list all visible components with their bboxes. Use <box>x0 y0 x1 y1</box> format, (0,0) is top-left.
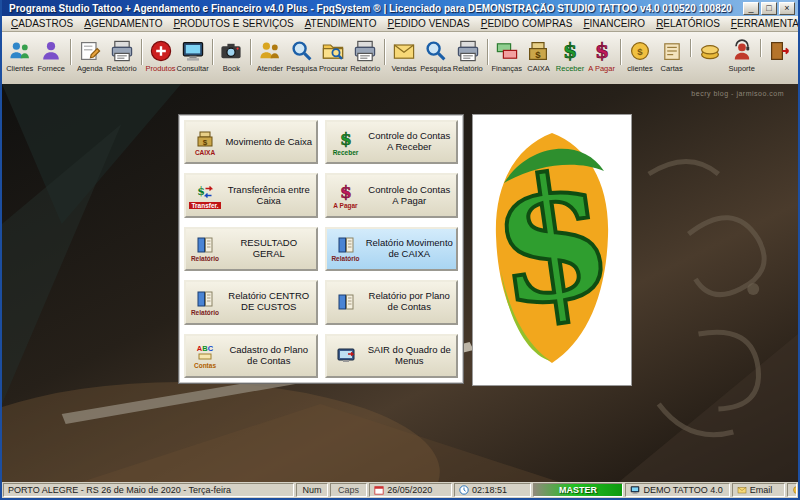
status-email-button[interactable]: Email <box>732 483 785 497</box>
abc-icon: ABC <box>195 342 215 362</box>
panel-button-transferencia-entre-caixa[interactable]: $Transfer.Transferência entre Caixa <box>184 173 318 217</box>
toolbar-button-suporte[interactable]: Suporte <box>726 34 758 74</box>
menu-item-financeiro[interactable]: FINANCEIRO <box>578 18 650 29</box>
toolbar-button-pesquisa[interactable]: Pesquisa <box>420 34 452 74</box>
toolbar-button-book[interactable]: Book <box>216 34 248 74</box>
toolbar-button-exit-icon[interactable] <box>764 34 796 66</box>
menu-item-ferramentas[interactable]: FERRAMENTAS <box>726 18 800 29</box>
menu-item-label: PRODUTOS E SERVIÇOS <box>173 18 293 29</box>
svg-text:$: $ <box>340 182 352 202</box>
monitor-icon <box>180 38 206 64</box>
title-bar: Programa Studio Tattoo + Agendamento e F… <box>2 0 798 16</box>
panel-button-caption: Contas <box>194 362 216 369</box>
toolbar-button-label: Suporte <box>729 65 755 73</box>
panel-button-cadastro-do-plano-de-contas[interactable]: ABCContasCadastro do Plano de Contas <box>184 334 318 378</box>
svg-text:$: $ <box>197 185 205 198</box>
folder-icon <box>320 38 346 64</box>
menu-item-produtos-e-servicos[interactable]: PRODUTOS E SERVIÇOS <box>168 18 298 29</box>
menu-item-label: AGENDAMENTO <box>84 18 162 29</box>
watermark-text: becry blog - jarmisoo.com <box>691 90 784 97</box>
dollar-green-icon: $ <box>336 129 356 149</box>
toolbar-button-label: Procurar <box>319 65 348 73</box>
desktop-background: becry blog - jarmisoo.com $CAIXAMoviment… <box>2 84 798 482</box>
status-time-text: 02:18:51 <box>472 485 507 495</box>
products-icon <box>148 38 174 64</box>
panel-button-resultado-geral[interactable]: RelatórioRESULTADO GERAL <box>184 227 318 271</box>
panel-button-icon-area: ABCContas <box>188 342 222 369</box>
logo-panel: $ <box>472 114 632 386</box>
panel-button-controle-do-contas-a-receber[interactable]: $ReceberControle do Contas A Receber <box>325 120 459 164</box>
panel-button-relatorio-movimento-de-caixa[interactable]: RelatórioRelatório Movimento de CAIXA <box>325 227 459 271</box>
toolbar-button-coins-icon[interactable] <box>694 34 726 66</box>
toolbar-button-caixa[interactable]: $CAIXA <box>523 34 555 74</box>
svg-text:$: $ <box>340 129 352 149</box>
toolbar-button-consultar[interactable]: Consultar <box>177 34 209 74</box>
close-button[interactable]: × <box>779 2 795 15</box>
toolbar-button-vendas[interactable]: Vendas <box>388 34 420 74</box>
finance-icon <box>494 38 520 64</box>
status-caps-lock: Caps <box>330 483 368 497</box>
toolbar-button-fornece[interactable]: Fornece <box>36 34 68 74</box>
toolbar-button-relatorio[interactable]: Relatório <box>349 34 381 74</box>
coins-icon <box>697 38 723 64</box>
menu-item-label: PEDIDO COMPRAS <box>481 18 573 29</box>
svg-text:$: $ <box>563 39 577 63</box>
menu-item-pedido-compras[interactable]: PEDIDO COMPRAS <box>476 18 578 29</box>
report-book-icon <box>195 289 215 309</box>
toolbar-button-receber[interactable]: $Receber <box>554 34 586 74</box>
menu-item-pedido-vendas[interactable]: PEDIDO VENDAS <box>383 18 475 29</box>
toolbar-button-label: Relatório <box>107 65 137 73</box>
toolbar-button-cartas[interactable]: Cartas <box>656 34 688 74</box>
supplier-icon <box>38 38 64 64</box>
minimize-button[interactable]: _ <box>743 2 759 15</box>
status-user-badge: MASTER <box>533 483 624 497</box>
panel-button-controle-do-contas-a-pagar[interactable]: $A PagarControle do Contas A Pagar <box>325 173 459 217</box>
toolbar-button-label: clientes <box>627 65 652 73</box>
report-book-icon <box>336 235 356 255</box>
panel-button-label: Movimento de Caixa <box>224 137 314 148</box>
exit-menu-icon <box>336 346 356 366</box>
toolbar-button-label: Fornece <box>38 65 66 73</box>
status-location-text: PORTO ALEGRE - RS 26 de Maio de 2020 - T… <box>8 485 231 495</box>
status-location: PORTO ALEGRE - RS 26 de Maio de 2020 - T… <box>3 483 294 497</box>
panel-button-label: RESULTADO GERAL <box>224 238 314 260</box>
toolbar-button-clientes[interactable]: $clientes <box>624 34 656 74</box>
panel-button-icon-area: Relatório <box>188 235 222 262</box>
toolbar-button-label: Receber <box>556 65 584 73</box>
panel-button-sair-do-quadro-de-menus[interactable]: SAIR do Quadro de Menus <box>325 334 459 378</box>
toolbar-button-pesquisa[interactable]: Pesquisa <box>286 34 318 74</box>
menu-item-atendimento[interactable]: ATENDIMENTO <box>300 18 382 29</box>
search-icon <box>423 38 449 64</box>
toolbar-button-procurar[interactable]: Procurar <box>318 34 350 74</box>
toolbar-button-label: Consultar <box>177 65 209 73</box>
toolbar-button-agenda[interactable]: Agenda <box>74 34 106 74</box>
toolbar-button-produtos[interactable]: Produtos <box>145 34 177 74</box>
dollar-red-icon: $ <box>589 38 615 64</box>
panel-button-movimento-de-caixa[interactable]: $CAIXAMovimento de Caixa <box>184 120 318 164</box>
toolbar: ClientesForneceAgendaRelatórioProdutosCo… <box>2 32 798 88</box>
toolbar-button-a-pagar[interactable]: $A Pagar <box>586 34 618 74</box>
dollar-red-icon: $ <box>336 182 356 202</box>
menu-item-relatorios[interactable]: RELATÓRIOS <box>651 18 725 29</box>
toolbar-button-clientes[interactable]: Clientes <box>4 34 36 74</box>
menu-item-label: FERRAMENTAS <box>731 18 800 29</box>
panel-button-icon-area: $A Pagar <box>329 182 363 209</box>
menu-item-cadastros[interactable]: CADASTROS <box>6 18 78 29</box>
menu-item-agendamento[interactable]: AGENDAMENTO <box>79 18 167 29</box>
panel-button-label: Controle do Contas A Pagar <box>365 185 455 207</box>
toolbar-button-label: Pesquisa <box>286 65 317 73</box>
panel-button-relatorio-centro-de-custos[interactable]: RelatórioRelatório CENTRO DE CUSTOS <box>184 280 318 324</box>
toolbar-button-relatorio[interactable]: Relatório <box>452 34 484 74</box>
panel-button-label: Relatório CENTRO DE CUSTOS <box>224 291 314 313</box>
toolbar-button-relatorio[interactable]: Relatório <box>106 34 138 74</box>
toolbar-button-label: Book <box>223 65 240 73</box>
toolbar-button-financas[interactable]: Finanças <box>491 34 523 74</box>
search-icon <box>289 38 315 64</box>
panel-button-icon-area: $CAIXA <box>188 129 222 156</box>
toolbar-button-atender[interactable]: Atender <box>254 34 286 74</box>
maximize-button[interactable]: □ <box>761 2 777 15</box>
panel-button-relatorio-por-plano-de-contas[interactable]: Relatório por Plano de Contas <box>325 280 459 324</box>
report-book-icon <box>195 235 215 255</box>
status-num-lock: Num <box>296 483 328 497</box>
panel-button-label: Relatório por Plano de Contas <box>365 291 455 313</box>
